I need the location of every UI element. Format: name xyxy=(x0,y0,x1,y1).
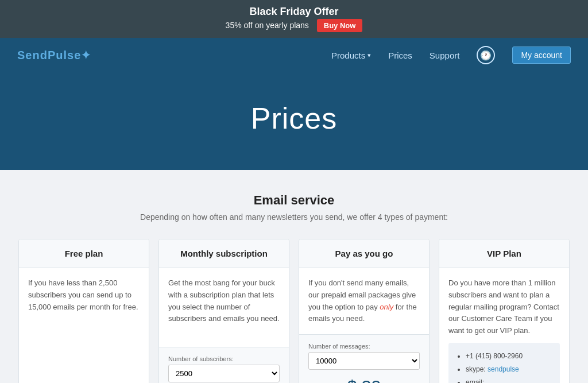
banner-title: Black Friday Offer xyxy=(11,6,577,18)
subscribers-select[interactable]: 2500 5000 10000 25000 50000 xyxy=(168,365,280,382)
banner-subtitle-text: 35% off on yearly plans xyxy=(226,21,309,30)
monthly-plan-header: Monthly subscription xyxy=(159,239,289,268)
payg-plan-body: If you don't send many emails, our prepa… xyxy=(299,268,429,334)
main-content: Email service Depending on how often and… xyxy=(0,170,588,383)
pricing-grid: Free plan If you have less than 2,500 su… xyxy=(18,239,570,383)
messages-select[interactable]: 10000 25000 50000 100000 xyxy=(308,352,420,370)
hero-section: Prices xyxy=(0,72,588,170)
vip-contact-info: +1 (415) 800-2960 skype: sendpulse email… xyxy=(448,343,560,383)
vip-phone: +1 (415) 800-2960 xyxy=(466,350,552,363)
monthly-plan-card: Monthly subscription Get the most bang f… xyxy=(158,239,289,383)
free-plan-card: Free plan If you have less than 2,500 su… xyxy=(18,239,149,383)
payg-price: $ 32 xyxy=(308,377,420,383)
messages-label: Number of messages: xyxy=(308,343,420,350)
nav-products[interactable]: Products xyxy=(331,51,371,60)
section-subtitle: Depending on how often and many newslett… xyxy=(11,212,577,222)
vip-plan-header: VIP Plan xyxy=(439,239,569,268)
free-plan-header: Free plan xyxy=(19,239,149,268)
vip-skype: skype: sendpulse xyxy=(466,363,552,376)
vip-plan-card: VIP Plan Do you have more than 1 million… xyxy=(439,239,570,383)
banner-subtitle: 35% off on yearly plans Buy Now xyxy=(11,19,577,32)
navbar: SendPulse✦ Products Prices Support 🕐 My … xyxy=(0,38,588,72)
buy-now-button[interactable]: Buy Now xyxy=(317,19,363,32)
payg-plan-footer: Number of messages: 10000 25000 50000 10… xyxy=(299,334,429,383)
logo: SendPulse✦ xyxy=(17,48,331,62)
my-account-button[interactable]: My account xyxy=(512,47,571,64)
clock-icon[interactable]: 🕐 xyxy=(477,46,495,64)
monthly-plan-body: Get the most bang for your buck with a s… xyxy=(159,268,289,347)
vip-plan-body: Do you have more than 1 million subscrib… xyxy=(439,268,569,383)
vip-skype-link[interactable]: sendpulse xyxy=(488,365,519,373)
nav-support[interactable]: Support xyxy=(430,51,460,60)
payg-plan-header: Pay as you go xyxy=(299,239,429,268)
nav-prices[interactable]: Prices xyxy=(388,51,412,60)
monthly-plan-footer: Number of subscribers: 2500 5000 10000 2… xyxy=(159,347,289,383)
vip-email: email: sales@sendpulse.com xyxy=(466,376,552,383)
payg-plan-card: Pay as you go If you don't send many ema… xyxy=(299,239,430,383)
nav-links: Products Prices Support 🕐 My account xyxy=(331,46,571,64)
top-banner: Black Friday Offer 35% off on yearly pla… xyxy=(0,0,588,38)
page-title: Prices xyxy=(11,101,577,136)
free-plan-body: If you have less than 2,500 subscribers … xyxy=(19,268,149,383)
subscribers-label: Number of subscribers: xyxy=(168,355,280,362)
section-title: Email service xyxy=(11,193,577,208)
